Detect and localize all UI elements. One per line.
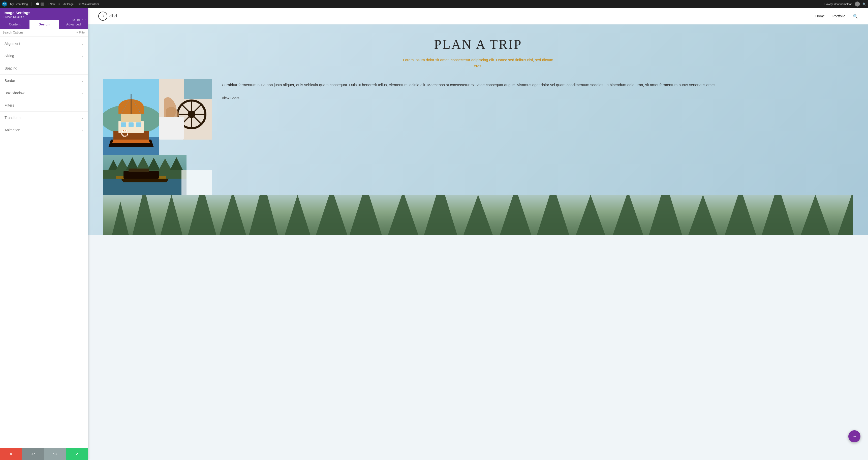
plus-icon: + (48, 2, 49, 5)
edit-page-button[interactable]: ✏ Edit Page (59, 2, 74, 6)
body-paragraph: Curabitur fermentum nulla non justo aliq… (222, 81, 853, 88)
nav-links: Home Portfolio 🔍 (815, 14, 858, 19)
redo-icon: ↪ (53, 451, 57, 457)
admin-search-icon[interactable]: 🔍 (863, 2, 866, 6)
site-navigation: D divi Home Portfolio 🔍 (88, 8, 868, 25)
tab-design[interactable]: Design (30, 20, 59, 29)
cancel-button[interactable]: ✕ (0, 448, 22, 460)
admin-bar-right: Howdy, deannamclean 🔍 (825, 1, 866, 6)
new-button[interactable]: + New (48, 2, 55, 5)
accordion-transform-label: Transform (4, 116, 21, 120)
nav-portfolio[interactable]: Portfolio (833, 14, 845, 18)
accordion-list: Alignment ⌄ Sizing ⌄ Spacing ⌄ Border ⌄ (0, 36, 88, 448)
settings-panel: Image Settings Preset: Default ▾ ⧉ ⊞ ⋯ C… (0, 8, 88, 460)
site-name-link[interactable]: My Great Blog (10, 2, 28, 5)
chevron-down-icon: ⌄ (81, 79, 84, 83)
accordion-border: Border ⌄ (0, 74, 88, 87)
steering-svg (159, 79, 212, 139)
logo-letter: D (101, 14, 104, 18)
search-input[interactable] (2, 31, 75, 34)
accordion-alignment-label: Alignment (4, 41, 20, 45)
svg-rect-7 (121, 113, 141, 122)
accordion-alignment-header[interactable]: Alignment ⌄ (0, 37, 88, 50)
accordion-animation: Animation ⌄ (0, 124, 88, 136)
accordion-sizing: Sizing ⌄ (0, 50, 88, 62)
white-accent-box (182, 170, 212, 195)
floating-btn-icon: ··· (852, 434, 856, 439)
bottom-toolbar: ✕ ↩ ↪ ✓ (0, 448, 88, 460)
preset-label: Preset: Default (3, 15, 22, 19)
svg-rect-27 (184, 79, 212, 99)
accordion-spacing: Spacing ⌄ (0, 62, 88, 74)
nav-home[interactable]: Home (815, 14, 825, 18)
howdy-text: Howdy, deannamclean (825, 2, 852, 5)
pencil-icon: ✏ (59, 2, 61, 6)
accordion-box-shadow: Box Shadow ⌄ (0, 87, 88, 99)
hero-subtitle: Lorem ipsum dolor sit amet, consectetur … (403, 57, 554, 69)
panel-header: Image Settings Preset: Default ▾ ⧉ ⊞ ⋯ (0, 8, 88, 20)
accordion-transform: Transform ⌄ (0, 111, 88, 124)
nav-search-icon[interactable]: 🔍 (853, 14, 858, 19)
edit-page-label: Edit Page (62, 2, 74, 5)
accordion-transform-header[interactable]: Transform ⌄ (0, 111, 88, 124)
separator: | (31, 2, 32, 6)
preset-arrow-icon: ▾ (23, 15, 24, 18)
accordion-box-shadow-label: Box Shadow (4, 91, 25, 95)
svg-rect-6 (136, 123, 141, 127)
copy-icon[interactable]: ⧉ (72, 18, 75, 22)
accordion-sizing-header[interactable]: Sizing ⌄ (0, 50, 88, 62)
save-button[interactable]: ✓ (66, 448, 89, 460)
undo-icon: ↩ (31, 451, 35, 457)
svg-rect-26 (159, 117, 184, 139)
tab-content[interactable]: Content (0, 20, 30, 29)
comment-count: 0 (40, 2, 44, 6)
hero-title: Plan a Trip (103, 37, 853, 52)
admin-bar-left: W My Great Blog | 💬 0 + New ✏ Edit Page … (2, 1, 825, 6)
dock-svg (103, 155, 186, 195)
accordion-alignment: Alignment ⌄ (0, 37, 88, 50)
filter-button[interactable]: + Filter (76, 31, 86, 34)
exit-builder-button[interactable]: Exit Visual Builder (76, 2, 99, 5)
grid-icon[interactable]: ⊞ (77, 18, 80, 22)
chevron-down-icon: ⌄ (81, 91, 84, 95)
boat-image-main (103, 79, 159, 165)
divi-logo-circle: D (98, 11, 107, 21)
accordion-sizing-label: Sizing (4, 54, 14, 58)
redo-button[interactable]: ↪ (44, 448, 66, 460)
body-text-section: Curabitur fermentum nulla non justo aliq… (222, 79, 853, 101)
floating-action-button[interactable]: ··· (848, 430, 861, 442)
accordion-filters: Filters ⌄ (0, 99, 88, 111)
cancel-icon: ✕ (9, 451, 13, 457)
accordion-box-shadow-header[interactable]: Box Shadow ⌄ (0, 87, 88, 99)
header-icons: ⧉ ⊞ ⋯ (72, 18, 86, 22)
boat-steering-image (159, 79, 212, 139)
search-bar: + Filter (0, 29, 88, 36)
chevron-down-icon: ⌄ (81, 66, 84, 70)
content-row: Curabitur fermentum nulla non justo aliq… (103, 79, 853, 195)
accordion-border-header[interactable]: Border ⌄ (0, 74, 88, 87)
more-options-icon[interactable]: ⋯ (82, 18, 86, 22)
forest-background (103, 195, 853, 235)
admin-avatar[interactable] (855, 1, 860, 6)
accordion-spacing-label: Spacing (4, 66, 18, 70)
accordion-border-label: Border (4, 78, 15, 83)
accordion-spacing-header[interactable]: Spacing ⌄ (0, 62, 88, 74)
svg-rect-4 (121, 123, 126, 127)
admin-bar: W My Great Blog | 💬 0 + New ✏ Edit Page … (0, 0, 868, 8)
filter-label: Filter (79, 31, 86, 34)
accordion-filters-label: Filters (4, 103, 14, 107)
site-logo[interactable]: D divi (98, 11, 118, 21)
comment-bubble[interactable]: 💬 0 (36, 2, 44, 6)
accordion-filters-header[interactable]: Filters ⌄ (0, 99, 88, 111)
undo-button[interactable]: ↩ (22, 448, 44, 460)
svg-rect-5 (128, 123, 133, 127)
chevron-down-icon: ⌄ (81, 103, 84, 107)
svg-point-17 (188, 110, 195, 118)
save-icon: ✓ (75, 451, 79, 457)
view-boats-link[interactable]: View Boats (222, 96, 240, 101)
chevron-down-icon: ⌄ (81, 54, 84, 58)
wordpress-logo[interactable]: W (2, 1, 7, 6)
accordion-animation-header[interactable]: Animation ⌄ (0, 124, 88, 136)
filter-plus-icon: + (76, 31, 78, 34)
panel-title: Image Settings (3, 10, 85, 15)
